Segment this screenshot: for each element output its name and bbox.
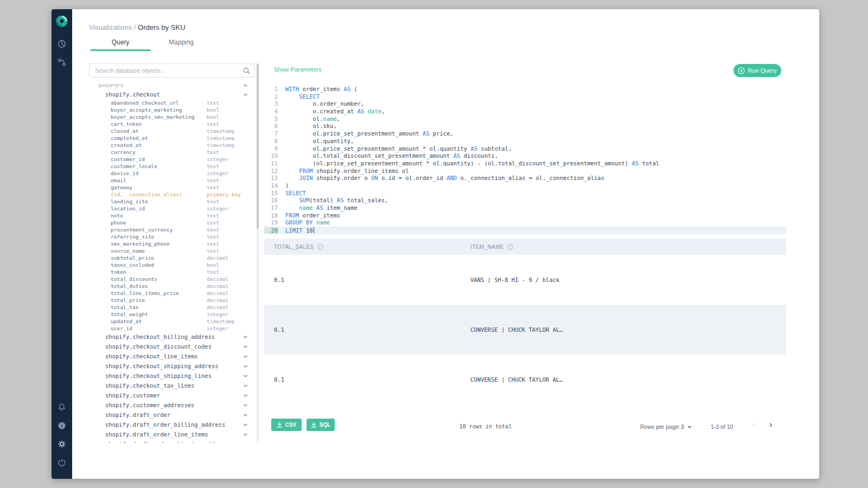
column-type: text [207, 100, 219, 106]
schema-column-row[interactable]: buyer_accepts_sms_marketingbool [89, 113, 255, 120]
schema-column-row[interactable]: total_weightinteger [89, 311, 255, 318]
run-query-button[interactable]: Run Query [733, 64, 781, 77]
schema-column-row[interactable]: total_dutiesdecimal [89, 282, 255, 290]
schema-column-row[interactable]: subtotal_pricedecimal [89, 254, 255, 261]
schema-column-row[interactable]: location_idinteger [89, 205, 255, 212]
sql-editor[interactable]: 1WITH order_items AS (2 SELECT3 o.order_… [264, 86, 786, 234]
schema-column-row[interactable]: gatewaytext [89, 184, 255, 191]
tab-query[interactable]: Query [90, 35, 151, 50]
search-input[interactable] [89, 63, 255, 78]
column-name: landing_site [111, 198, 207, 204]
column-name: sms_marketing_phone [111, 241, 207, 247]
schema-column-row[interactable]: total_discountsdecimal [89, 275, 255, 282]
chevron-down-icon [243, 422, 248, 427]
schema-column-row[interactable]: created_attimestamp [89, 142, 255, 149]
bell-icon[interactable] [58, 403, 66, 412]
column-type: text [207, 269, 219, 275]
schema-column-row[interactable]: total_pricedecimal [89, 297, 255, 304]
search-icon [243, 67, 250, 74]
column-type: text [207, 184, 219, 190]
schema-column-row[interactable]: presentment_currencytext [89, 226, 255, 233]
schema-column-row[interactable]: landing_sitetext [89, 198, 255, 205]
schema-column-row[interactable]: updated_attimestamp [89, 318, 255, 325]
gear-icon[interactable] [58, 440, 66, 448]
chevron-down-icon [243, 364, 248, 369]
schema-column-row[interactable]: tokentext [89, 268, 255, 275]
schema-table-row[interactable]: shopify.draft_order [89, 410, 255, 420]
column-name: total_tax [111, 304, 207, 310]
schema-table-row[interactable]: shopify.draft_order_billing_address [89, 420, 255, 429]
schema-column-row[interactable]: customer_idinteger [89, 156, 255, 163]
sql-line: 14) [264, 182, 786, 190]
schema-column-row[interactable]: total_line_items_pricedecimal [89, 290, 255, 297]
tab-mapping[interactable]: Mapping [151, 35, 212, 50]
schema-table-row[interactable]: shopify.checkout_shipping_lines [89, 371, 255, 381]
schema-table-row[interactable]: shopify.checkout_discount_codes [89, 342, 255, 351]
previous-page-button[interactable]: ‹ [752, 420, 755, 429]
schema-column-row[interactable]: device_idinteger [89, 170, 255, 177]
schema-table-row[interactable]: shopify.draft_order_shipping_address [89, 439, 255, 443]
schema-table-row[interactable]: shopify.draft_order_line_items [89, 429, 255, 439]
schema-column-row[interactable]: currencytext [89, 149, 255, 156]
app-window: Visualizations / Orders by SKU Query Map… [52, 9, 819, 479]
download-sql-button[interactable]: SQL [307, 419, 335, 431]
schema-column-row[interactable]: abandoned_checkout_urltext [89, 99, 255, 106]
flow-icon[interactable] [58, 58, 66, 67]
info-icon[interactable]: i [317, 244, 323, 250]
sql-line: 8 ol.quantity, [264, 138, 786, 145]
schema-column-row[interactable]: sms_marketing_phonetext [89, 240, 255, 247]
sql-code: o.order_number, [278, 100, 364, 108]
schema-column-row[interactable]: customer_localetext [89, 163, 255, 170]
schema-column-row[interactable]: notetext [89, 212, 255, 219]
info-icon[interactable]: i [507, 244, 513, 250]
schema-column-row[interactable]: cart_tokentext [89, 120, 255, 127]
app-rail [52, 9, 72, 479]
pie-chart-icon[interactable] [58, 40, 66, 48]
breadcrumb: Visualizations / Orders by SKU [89, 23, 186, 31]
schema-section-shopify[interactable]: SHOPIFY [89, 81, 255, 89]
schema-column-row[interactable]: phonetext [89, 219, 255, 226]
schema-scrollbar-thumb[interactable] [257, 63, 259, 229]
table-name: shopify.checkout_billing_address [105, 333, 243, 340]
column-name: gateway [111, 184, 207, 190]
schema-table-row[interactable]: shopify.checkout_line_items [89, 351, 255, 361]
column-type: decimal [207, 255, 228, 261]
schema-table-expanded[interactable]: shopify.checkout [89, 89, 255, 99]
schema-table-row[interactable]: shopify.checkout_shipping_address [89, 361, 255, 371]
table-name: shopify.draft_order [105, 412, 243, 418]
app-logo[interactable] [55, 15, 68, 28]
column-type: text [207, 220, 219, 226]
text-cursor [314, 227, 314, 233]
schema-table-row[interactable]: shopify.customer [89, 390, 255, 400]
schema-column-row[interactable]: closed_attimestamp [89, 127, 255, 134]
next-page-button[interactable]: › [769, 420, 772, 429]
schema-column-row[interactable]: total_taxdecimal [89, 304, 255, 311]
rows-per-page-select[interactable]: 3 [681, 423, 692, 430]
schema-column-row[interactable]: completed_attimestamp [89, 134, 255, 142]
column-name: email [111, 177, 207, 183]
download-csv-button[interactable]: CSV [271, 419, 302, 431]
power-icon[interactable] [58, 458, 66, 467]
show-parameters-link[interactable]: Show Parameters [274, 66, 321, 73]
schema-column-row[interactable]: (id, _connection_alias)primary key [89, 191, 255, 198]
schema-table-row[interactable]: shopify.checkout_tax_lines [89, 381, 255, 390]
column-type: text [207, 149, 219, 155]
column-name: buyer_accepts_marketing [111, 107, 207, 113]
download-icon [277, 422, 283, 428]
schema-column-row[interactable]: taxes_includedbool [89, 261, 255, 268]
schema-column-row[interactable]: emailtext [89, 177, 255, 184]
schema-column-row[interactable]: source_nametext [89, 247, 255, 254]
schema-table-row[interactable]: shopify.customer_addresses [89, 400, 255, 410]
sql-line: 2 SELECT [264, 93, 786, 101]
schema-column-row[interactable]: referring_sitetext [89, 233, 255, 240]
sql-code: ) [278, 182, 289, 190]
schema-column-row[interactable]: user_idinteger [89, 325, 255, 332]
column-type: text [207, 241, 219, 247]
column-name: referring_site [111, 234, 207, 240]
schema-column-row[interactable]: buyer_accepts_marketingbool [89, 106, 255, 113]
breadcrumb-visualizations[interactable]: Visualizations / [89, 23, 136, 31]
column-name: total_discounts [111, 276, 207, 282]
info-icon[interactable] [58, 421, 66, 430]
schema-table-row[interactable]: shopify.checkout_billing_address [89, 332, 255, 342]
chevron-down-icon [243, 393, 248, 398]
